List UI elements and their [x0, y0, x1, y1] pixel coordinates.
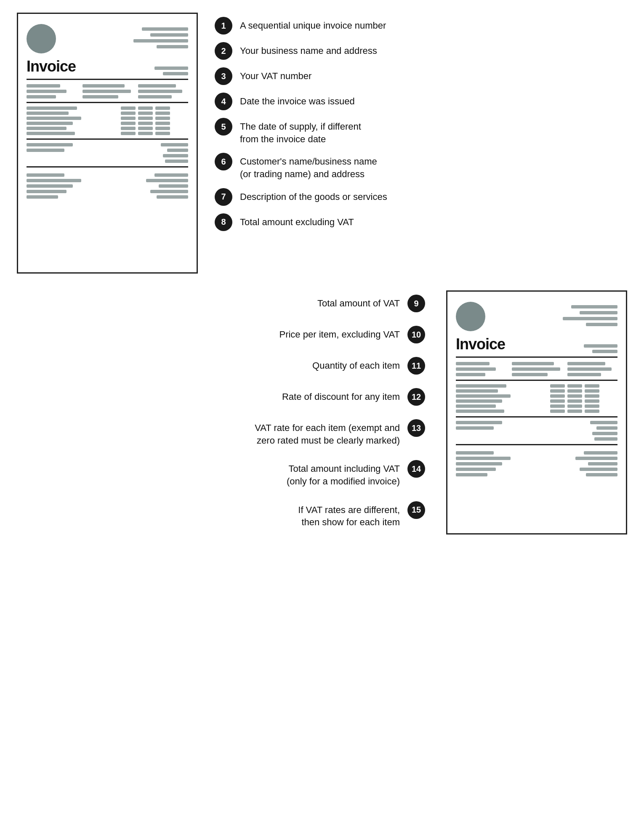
line	[585, 410, 599, 413]
invoice-table-section-b	[456, 384, 617, 413]
line	[550, 404, 565, 408]
bottom-left	[27, 173, 104, 199]
item-text-12: Rate of discount for any item	[282, 388, 400, 403]
table-row-item	[27, 122, 117, 125]
top-section: Invoice	[17, 13, 627, 274]
line	[138, 84, 176, 88]
invoice-divider-3	[27, 166, 188, 168]
line	[580, 311, 617, 314]
bottom-left-b	[456, 451, 534, 476]
line	[596, 426, 617, 430]
line	[27, 149, 64, 152]
invoice-col-b3	[567, 362, 617, 376]
line	[163, 72, 188, 75]
line	[588, 462, 617, 465]
line	[584, 451, 617, 455]
totals-right-b	[590, 421, 617, 441]
item-text-5: The date of supply, if differentfrom the…	[240, 118, 361, 145]
line	[585, 404, 599, 408]
item-badge-5: 5	[215, 118, 232, 136]
line	[456, 404, 496, 408]
invoice-totals	[27, 143, 188, 163]
item-entry-2: 2 Your business name and address	[215, 42, 627, 60]
line	[121, 106, 136, 110]
item-entry-9: Total amount of VAT 9	[17, 295, 425, 312]
invoice-divider-b1	[456, 380, 617, 381]
item-text-11: Quantity of each item	[312, 357, 400, 372]
item-text-10: Price per item, excluding VAT	[279, 326, 400, 341]
table-row-item	[27, 132, 117, 135]
line	[165, 160, 188, 163]
bottom-section: Total amount of VAT 9 Price per item, ex…	[17, 290, 627, 534]
line	[456, 373, 485, 376]
line	[550, 389, 565, 393]
line	[157, 45, 188, 48]
line	[456, 389, 498, 393]
table-row-item	[27, 112, 117, 115]
invoice-title-top: Invoice	[27, 58, 76, 75]
line	[133, 39, 188, 43]
line	[584, 344, 617, 348]
line	[594, 437, 617, 441]
item-text-7: Description of the goods or services	[240, 188, 387, 203]
item-text-8: Total amount excluding VAT	[240, 213, 354, 229]
item-entry-11: Quantity of each item 11	[17, 357, 425, 375]
line	[592, 350, 617, 353]
line	[567, 373, 601, 376]
item-badge-3: 3	[215, 67, 232, 85]
line	[456, 473, 487, 476]
item-text-1: A sequential unique invoice number	[240, 17, 386, 32]
line	[567, 404, 582, 408]
item-badge-10: 10	[407, 326, 425, 343]
invoice-info-row-b	[456, 362, 617, 376]
line	[512, 362, 554, 365]
table-right	[121, 106, 188, 135]
line	[456, 362, 490, 365]
table-left-b	[456, 384, 546, 413]
item-badge-4: 4	[215, 93, 232, 110]
line	[586, 323, 617, 326]
line	[567, 367, 612, 371]
line	[157, 195, 188, 199]
line	[163, 154, 188, 157]
item-text-9: Total amount of VAT	[317, 295, 400, 310]
invoice-logo	[27, 24, 56, 53]
line	[27, 90, 67, 93]
line	[27, 95, 56, 98]
invoice-divider	[27, 102, 188, 103]
line	[585, 399, 599, 403]
invoice-logo-b	[456, 302, 485, 331]
line	[155, 127, 170, 130]
item-entry-15: If VAT rates are different,then show for…	[17, 501, 425, 529]
table-row-item	[27, 127, 117, 130]
line	[121, 122, 136, 125]
line	[27, 179, 81, 182]
line	[138, 90, 182, 93]
line	[142, 27, 188, 31]
item-entry-1: 1 A sequential unique invoice number	[215, 17, 627, 35]
invoice-header-b	[456, 302, 617, 331]
invoice-info-row	[27, 84, 188, 98]
line	[456, 451, 494, 455]
item-entry-6: 6 Customer's name/business name(or tradi…	[215, 153, 627, 180]
item-badge-15: 15	[407, 501, 425, 519]
line	[550, 399, 565, 403]
line	[121, 132, 136, 135]
line	[563, 317, 617, 320]
item-entry-13: VAT rate for each item (exempt andzero r…	[17, 419, 425, 447]
line	[456, 399, 502, 403]
item-entry-12: Rate of discount for any item 12	[17, 388, 425, 406]
line	[167, 149, 188, 152]
items-list-top: 1 A sequential unique invoice number 2 Y…	[215, 13, 627, 231]
line	[27, 117, 81, 120]
line	[585, 394, 599, 398]
invoice-doc-bottom: Invoice	[446, 290, 627, 534]
line	[27, 132, 75, 135]
invoice-col-2	[82, 84, 133, 98]
line	[567, 399, 582, 403]
line	[138, 117, 153, 120]
invoice-title-row: Invoice	[27, 58, 188, 80]
line	[138, 132, 153, 135]
item-entry-14: Total amount including VAT(only for a mo…	[17, 460, 425, 487]
line	[150, 33, 188, 37]
